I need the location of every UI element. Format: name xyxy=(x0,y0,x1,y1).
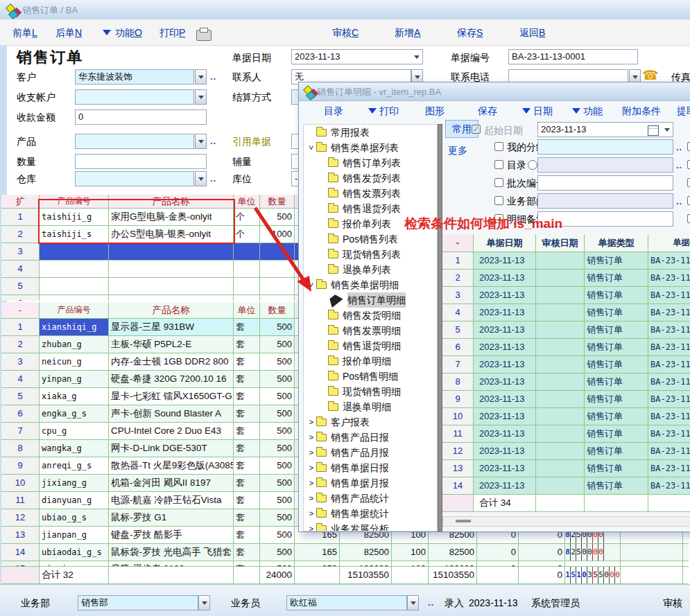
report-row[interactable]: 9 2023-11-13 销售订单 BA-23-11-1 xyxy=(442,391,690,408)
tree-item[interactable]: > 销售发货明细 xyxy=(304,308,437,323)
report-row[interactable]: 6 2023-11-13 销售订单 BA-23-11-1 xyxy=(442,339,690,356)
report-row[interactable]: 2 2023-11-13 销售订单 BA-23-11-1 xyxy=(442,270,690,287)
popup-menu-extract[interactable]: 提取 xyxy=(677,105,690,118)
tree-item[interactable]: > 销售退货明细 xyxy=(304,338,437,353)
customer-lookup-button[interactable]: .. xyxy=(210,71,216,82)
chevron-icon[interactable]: > xyxy=(307,445,316,460)
chevron-icon[interactable]: > xyxy=(307,430,316,445)
batch-checkbox[interactable] xyxy=(494,178,503,187)
chevron-icon[interactable]: > xyxy=(307,475,316,491)
popup-func-arrow-icon[interactable] xyxy=(572,108,580,114)
report-row[interactable]: 4 2023-11-13 销售订单 BA-23-11-1 xyxy=(442,304,690,322)
table-row[interactable]: 3 xyxy=(1,243,301,261)
doc-date-combo[interactable]: 2023-11-13 xyxy=(291,49,423,64)
report-row[interactable]: 14 2023-11-13 销售订单 BA-23-11-1 xyxy=(442,477,690,495)
tree-item[interactable]: > Pos销售明细 xyxy=(304,369,437,384)
salesman-lookup-button[interactable]: .. xyxy=(428,597,434,608)
tree-item[interactable]: > 销售发票明细 xyxy=(304,323,437,338)
tree-item[interactable]: > 退换单明细 xyxy=(304,399,437,414)
tree-splitter[interactable] xyxy=(438,124,442,531)
report-row[interactable]: 13 2023-11-13 销售订单 BA-23-11-1 xyxy=(442,460,690,477)
catalog-checkbox[interactable] xyxy=(494,160,503,169)
menu-audit[interactable]: 审核C xyxy=(332,27,359,39)
table-row[interactable]: 1 taishiji_g 家用G型电脑-金奥-onlyit 个 500 xyxy=(1,209,301,226)
report-row[interactable]: 3 2023-11-13 销售订单 BA-23-11-1 xyxy=(442,287,690,304)
popup-titlebar[interactable]: 销售订单明细 - vr_item_rep.BA xyxy=(299,82,690,101)
warehouse-combo[interactable] xyxy=(75,171,194,186)
tree-item[interactable]: > 客户报表 xyxy=(304,414,437,430)
chevron-icon[interactable]: > xyxy=(307,460,316,475)
batch-input[interactable] xyxy=(537,175,673,191)
clipped-checkbox[interactable] xyxy=(687,178,690,187)
dept-filter-combo[interactable] xyxy=(537,193,673,209)
tree-item[interactable]: > 销售发票列表 xyxy=(304,186,437,201)
product-lookup-button[interactable]: .. xyxy=(210,136,216,146)
tree-item[interactable]: > 现货销售列表 xyxy=(304,247,437,262)
menu-prev-doc[interactable]: 前单L xyxy=(12,27,37,39)
menu-print[interactable]: 打印P xyxy=(159,27,185,39)
popup-menu-date[interactable]: 日期 xyxy=(533,105,553,118)
tree-item[interactable]: > 销售退货列表 xyxy=(304,201,437,216)
report-row[interactable]: 7 2023-11-13 销售订单 BA-23-11-1 xyxy=(442,356,690,373)
salesman-dropdown-icon[interactable] xyxy=(407,595,419,610)
tab-more[interactable]: 更多 xyxy=(448,145,467,157)
doc-no-input[interactable]: BA-23-11-13-0001 xyxy=(508,49,638,64)
report-popup-window[interactable]: 销售订单明细 - vr_item_rep.BA 目录 打印 图形 保存 日期 功… xyxy=(298,82,690,532)
group-lookup-button[interactable]: .. xyxy=(676,142,682,152)
report-row[interactable]: 8 2023-11-13 销售订单 BA-23-11-1 xyxy=(442,373,690,391)
note-input[interactable] xyxy=(537,211,673,227)
report-row[interactable]: 5 2023-11-13 销售订单 BA-23-11-1 xyxy=(442,322,690,339)
tree-item[interactable]: > 销售单据统计 xyxy=(304,506,437,521)
chevron-icon[interactable]: > xyxy=(307,521,316,531)
tree-item[interactable]: > 现货销售明细 xyxy=(304,384,437,399)
menu-back[interactable]: 返回B xyxy=(519,27,545,39)
report-row[interactable]: 12 2023-11-13 销售订单 BA-23-11-1 xyxy=(442,443,690,460)
chevron-icon[interactable]: > xyxy=(307,414,316,430)
menu-functions[interactable]: 功能O xyxy=(115,27,142,39)
clipped-checkbox[interactable] xyxy=(687,214,690,223)
tree-item[interactable]: > 销售发货列表 xyxy=(304,170,437,186)
dept-dropdown-icon[interactable] xyxy=(198,595,210,610)
popup-menu-functions[interactable]: 功能 xyxy=(583,105,603,118)
table-row[interactable]: 6 xyxy=(1,295,301,301)
clipped-checkbox[interactable] xyxy=(687,160,690,169)
dept-combo[interactable]: 销售部 xyxy=(78,595,198,610)
table-row[interactable]: 14 ubiaodai_g_s 鼠标袋-罗技 光电高手 飞猎套 套 500 16… xyxy=(1,544,689,561)
popup-menu-extra-conditions[interactable]: 附加条件 xyxy=(622,105,661,118)
tree-item[interactable]: > 销售类单据明细 xyxy=(304,277,437,292)
product-combo[interactable] xyxy=(75,134,194,149)
customer-combo[interactable]: 华东捷波装饰 xyxy=(75,69,194,85)
menu-next-doc[interactable]: 后单N xyxy=(55,27,82,39)
clipped-checkbox[interactable] xyxy=(687,196,690,205)
account-combo[interactable] xyxy=(75,89,194,105)
note-checkbox[interactable] xyxy=(494,214,503,223)
tree-item[interactable]: > 销售单据日报 xyxy=(304,460,437,475)
start-date-input[interactable]: 2023-11-13 xyxy=(537,122,673,137)
tree-item[interactable]: > 销售单据月报 xyxy=(304,475,437,491)
group-combo[interactable] xyxy=(537,139,673,155)
catalog-radio[interactable] xyxy=(528,160,537,170)
warehouse-dropdown-icon[interactable] xyxy=(195,171,207,186)
calendar-icon[interactable] xyxy=(648,125,659,136)
clipped-checkbox[interactable] xyxy=(687,142,690,151)
tree-item[interactable]: > 销售订单明细 xyxy=(304,292,437,308)
customer-dropdown-icon[interactable] xyxy=(195,69,207,85)
tree-item[interactable]: > 销售产品日报 xyxy=(304,430,437,445)
popup-menu-save[interactable]: 保存 xyxy=(478,105,497,118)
tree-item[interactable]: > 销售订单列表 xyxy=(304,155,437,170)
group-checkbox[interactable] xyxy=(494,142,503,151)
printer-icon[interactable] xyxy=(196,30,212,41)
popup-date-arrow-icon[interactable] xyxy=(522,108,531,114)
report-hscrollbar[interactable] xyxy=(442,516,690,527)
start-date-checkbox[interactable]: ✓ xyxy=(472,125,481,134)
menu-save[interactable]: 保存S xyxy=(457,27,483,39)
menu-func-arrow-icon[interactable] xyxy=(103,30,111,35)
dept-lookup-button[interactable]: .. xyxy=(676,196,682,206)
tree-item[interactable]: > 销售产品月报 xyxy=(304,445,437,460)
tree-item[interactable]: > 业务发展分析 xyxy=(304,521,437,531)
tree-item[interactable]: > 常用报表 xyxy=(304,125,437,140)
catalog-lookup-button[interactable]: .. xyxy=(676,160,682,170)
menu-add[interactable]: 新增A xyxy=(395,27,420,39)
tree-item[interactable]: > 退换单列表 xyxy=(304,262,437,277)
catalog-combo[interactable] xyxy=(537,157,673,173)
